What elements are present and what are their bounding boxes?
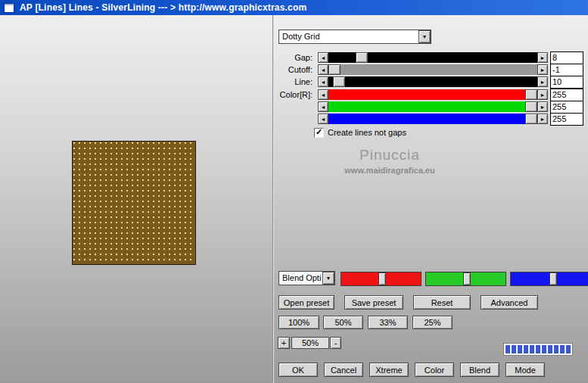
color-g-value[interactable]: 255: [550, 101, 583, 114]
line-value[interactable]: 10: [550, 76, 583, 89]
gap-value[interactable]: 8: [550, 51, 583, 64]
zoom-33-button[interactable]: 33%: [368, 316, 408, 329]
arrow-left-icon[interactable]: [318, 52, 328, 63]
blend-red-slider[interactable]: [341, 272, 422, 286]
cancel-button[interactable]: Cancel: [324, 363, 363, 377]
color-b-slider-track[interactable]: [328, 114, 537, 124]
line-slider-thumb[interactable]: [333, 76, 345, 87]
color-b-value[interactable]: 255: [550, 113, 583, 126]
watermark-site: www.maidiragrafica.eu: [314, 166, 465, 175]
plugin-window: AP [Lines] Lines - SilverLining --- > ht…: [0, 0, 588, 383]
zoom-level-value: 50%: [291, 337, 329, 349]
arrow-right-icon[interactable]: [537, 76, 548, 87]
color-r-slider-thumb[interactable]: [525, 89, 537, 100]
ok-button[interactable]: OK: [278, 363, 318, 377]
xtreme-button[interactable]: Xtreme: [369, 363, 409, 377]
zoom-plus-button[interactable]: +: [278, 337, 290, 349]
color-b-slider-thumb[interactable]: [525, 114, 537, 124]
chevron-down-icon[interactable]: [418, 30, 431, 43]
blend-button[interactable]: Blend: [460, 363, 499, 377]
arrow-left-icon[interactable]: [318, 64, 328, 75]
color-r-label: Color[R]:: [271, 89, 315, 101]
cutoff-slider[interactable]: [318, 64, 548, 75]
zoom-25-button[interactable]: 25%: [412, 316, 453, 329]
cutoff-slider-thumb[interactable]: [328, 64, 341, 75]
color-g-label: [271, 101, 315, 113]
blend-blue-thumb[interactable]: [549, 272, 557, 285]
window-title: AP [Lines] Lines - SilverLining --- > ht…: [20, 2, 306, 13]
watermark-name: Pinuccia: [314, 147, 465, 163]
arrow-right-icon[interactable]: [537, 114, 548, 124]
blend-blue-slider[interactable]: [510, 272, 588, 286]
arrow-right-icon[interactable]: [537, 64, 548, 75]
arrow-right-icon[interactable]: [537, 52, 548, 63]
color-r-value[interactable]: 255: [550, 89, 583, 101]
gap-slider-thumb[interactable]: [356, 52, 368, 63]
pattern-select[interactable]: Dotty Grid: [278, 30, 431, 44]
line-slider[interactable]: [318, 76, 548, 87]
advanced-button[interactable]: Advanced: [481, 295, 538, 310]
color-g-slider[interactable]: [318, 101, 548, 112]
arrow-left-icon[interactable]: [318, 89, 328, 100]
arrow-left-icon[interactable]: [318, 76, 328, 87]
zoom-50-button[interactable]: 50%: [323, 316, 363, 329]
arrow-right-icon[interactable]: [537, 101, 548, 112]
color-b-slider[interactable]: [318, 114, 548, 124]
blend-red-thumb[interactable]: [378, 272, 386, 285]
cutoff-slider-track[interactable]: [328, 64, 537, 75]
cutoff-label: Cutoff:: [271, 64, 315, 76]
zoom-minus-button[interactable]: -: [330, 337, 341, 349]
checkbox-box[interactable]: [314, 128, 324, 138]
line-label: Line:: [271, 76, 315, 88]
gap-label: Gap:: [271, 52, 315, 64]
gap-slider-track[interactable]: [328, 52, 537, 63]
color-b-label: [271, 114, 315, 125]
color-button[interactable]: Color: [415, 363, 454, 377]
mode-button[interactable]: Mode: [506, 363, 545, 377]
pattern-preview[interactable]: [72, 141, 196, 265]
open-preset-button[interactable]: Open preset: [278, 295, 334, 310]
blend-options-value: Blend Opti: [279, 272, 322, 285]
arrow-left-icon[interactable]: [318, 114, 328, 124]
color-g-slider-thumb[interactable]: [525, 101, 537, 112]
create-lines-checkbox-label: Create lines not gaps: [328, 127, 406, 139]
chevron-down-icon[interactable]: [322, 272, 334, 285]
save-preset-button[interactable]: Save preset: [344, 295, 403, 310]
blend-green-thumb[interactable]: [463, 272, 471, 285]
color-r-slider[interactable]: [318, 89, 548, 100]
pattern-select-value: Dotty Grid: [279, 30, 418, 43]
line-slider-track[interactable]: [328, 76, 537, 87]
titlebar[interactable]: AP [Lines] Lines - SilverLining --- > ht…: [0, 0, 588, 15]
color-r-slider-track[interactable]: [328, 89, 537, 100]
color-g-slider-track[interactable]: [328, 101, 537, 112]
progress-bar: [503, 343, 573, 356]
reset-button[interactable]: Reset: [413, 295, 471, 310]
cutoff-value[interactable]: -1: [550, 64, 583, 76]
blend-green-slider[interactable]: [425, 272, 506, 286]
zoom-100-button[interactable]: 100%: [278, 316, 319, 329]
window-icon: [4, 3, 14, 13]
blend-options-select[interactable]: Blend Opti: [278, 271, 335, 285]
arrow-left-icon[interactable]: [318, 101, 328, 112]
gap-slider[interactable]: [318, 52, 548, 63]
arrow-right-icon[interactable]: [537, 89, 548, 100]
